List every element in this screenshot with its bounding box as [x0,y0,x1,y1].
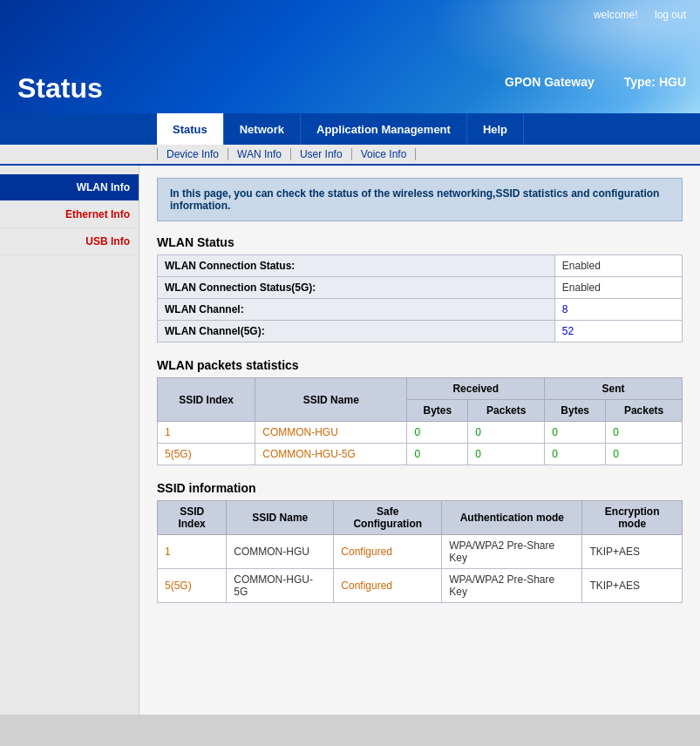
wlan-status-title: WLAN Status [157,235,683,249]
col-ssid-name: SSID Name [255,378,407,422]
rx-bytes-2: 0 [407,444,468,465]
col-safe-config-h: Safe Configuration [334,501,442,535]
table-row: 5(5G) COMMON-HGU-5G 0 0 0 0 [158,444,683,465]
sub-nav: Device Info WAN Info User Info Voice Inf… [0,145,700,166]
ssid-name-2: COMMON-HGU-5G [255,444,407,465]
tx-bytes-1: 0 [545,422,606,444]
info-text: In this page, you can check the status o… [170,187,659,212]
nav-status[interactable]: Status [157,113,224,145]
wlan-conn-status-value: Enabled [554,255,682,277]
table-row: WLAN Connection Status(5G): Enabled [158,277,683,299]
auth-mode-r1: WPA/WPA2 Pre-Share Key [442,535,582,569]
table-row: WLAN Channel(5G): 52 [158,321,683,342]
rx-packets-1: 0 [468,422,545,444]
tx-packets-1: 0 [606,422,683,444]
ssid-name-1: COMMON-HGU [255,422,407,444]
gateway-name: GPON Gateway [505,75,595,89]
info-box: In this page, you can check the status o… [157,178,683,221]
wlan-channel-5g-value: 52 [554,321,682,342]
wlan-conn-status-5g-label: WLAN Connection Status(5G): [158,277,555,299]
ssid-idx-r2: 5(5G) [158,569,227,603]
enc-mode-r2: TKIP+AES [582,569,683,603]
gateway-info: GPON Gateway Type: HGU [479,75,686,89]
safe-config-r1: Configured [334,535,442,569]
wlan-status-table: WLAN Connection Status: Enabled WLAN Con… [157,254,683,342]
wlan-channel-5g-label: WLAN Channel(5G): [158,321,555,342]
enc-mode-r1: TKIP+AES [582,535,683,569]
col-auth-mode-h: Authentication mode [442,501,582,535]
nav-help[interactable]: Help [467,113,524,145]
col-ssid-index-h: SSID Index [158,501,227,535]
sub-nav-device-info[interactable]: Device Info [157,148,228,160]
col-enc-mode-h: Encryption mode [582,501,683,535]
table-row: 1 COMMON-HGU 0 0 0 0 [158,422,683,444]
table-header-row: SSID Index SSID Name Received Sent [158,378,683,400]
tx-bytes-2: 0 [545,444,606,465]
page-layout: WLAN Info Ethernet Info USB Info In this… [0,166,700,715]
sidebar: WLAN Info Ethernet Info USB Info [0,166,139,715]
nav-application-management[interactable]: Application Management [301,113,467,145]
col-received: Received [407,378,545,400]
ssid-index-2: 5(5G) [158,444,255,465]
ssid-info-title: SSID information [157,481,683,495]
top-links: welcome! log out [580,9,686,21]
sub-nav-voice-info[interactable]: Voice Info [352,148,417,160]
wlan-channel-value: 8 [554,299,682,321]
ssid-index-1: 1 [158,422,255,444]
auth-mode-r2: WPA/WPA2 Pre-Share Key [442,569,582,603]
ssid-idx-r1: 1 [158,535,227,569]
wlan-packets-title: WLAN packets statistics [157,358,683,372]
wlan-conn-status-5g-value: Enabled [554,277,682,299]
ssid-info-table: SSID Index SSID Name Safe Configuration … [157,500,683,603]
page-status-label: Status [17,72,103,105]
wlan-packets-table: SSID Index SSID Name Received Sent Bytes… [157,377,683,465]
sidebar-item-usb-info[interactable]: USB Info [0,228,139,255]
table-row: WLAN Connection Status: Enabled [158,255,683,277]
sub-nav-wan-info[interactable]: WAN Info [228,148,291,160]
safe-config-r2: Configured [334,569,442,603]
gateway-type: Type: HGU [624,75,686,89]
top-bar: welcome! log out GPON Gateway Type: HGU … [0,0,700,113]
logout-link[interactable]: log out [655,9,686,21]
ssid-name-r2: COMMON-HGU-5G [227,569,334,603]
ssid-name-r1: COMMON-HGU [227,535,334,569]
nav-network[interactable]: Network [224,113,301,145]
sidebar-item-wlan-info[interactable]: WLAN Info [0,174,139,201]
wlan-conn-status-label: WLAN Connection Status: [158,255,555,277]
table-row: 1 COMMON-HGU Configured WPA/WPA2 Pre-Sha… [158,535,683,569]
col-tx-bytes: Bytes [545,400,606,422]
col-ssid-name-h: SSID Name [227,501,334,535]
ssid-table-header-row: SSID Index SSID Name Safe Configuration … [158,501,683,535]
main-nav: Status Network Application Management He… [0,113,700,145]
tx-packets-2: 0 [606,444,683,465]
table-row: 5(5G) COMMON-HGU-5G Configured WPA/WPA2 … [158,569,683,603]
rx-bytes-1: 0 [407,422,468,444]
col-rx-bytes: Bytes [407,400,468,422]
sidebar-item-ethernet-info[interactable]: Ethernet Info [0,201,139,228]
wlan-channel-label: WLAN Channel: [158,299,555,321]
sub-nav-user-info[interactable]: User Info [291,148,352,160]
welcome-text: welcome! [594,9,638,21]
table-row: WLAN Channel: 8 [158,299,683,321]
col-tx-packets: Packets [606,400,683,422]
rx-packets-2: 0 [468,444,545,465]
col-sent: Sent [545,378,683,400]
main-content: In this page, you can check the status o… [139,166,700,715]
col-ssid-index: SSID Index [158,378,255,422]
col-rx-packets: Packets [468,400,545,422]
